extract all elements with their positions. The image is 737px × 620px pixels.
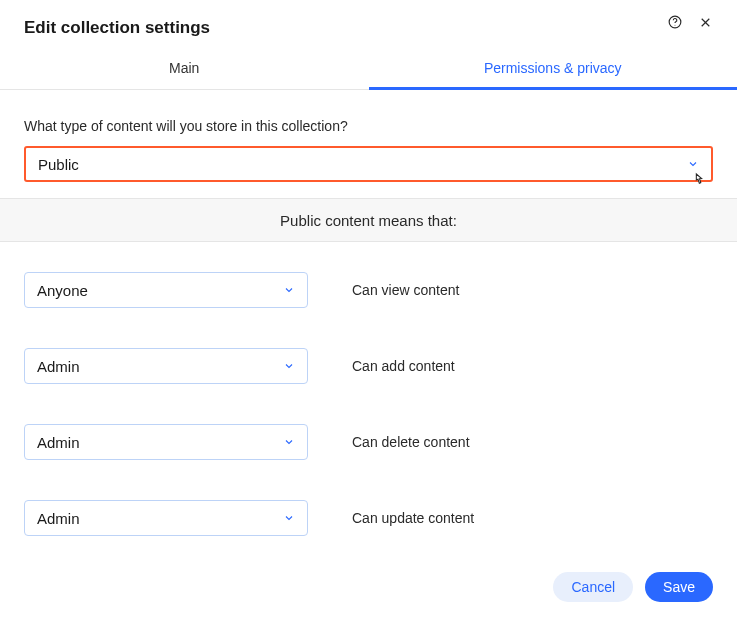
tabs: Main Permissions & privacy bbox=[0, 46, 737, 90]
tab-main[interactable]: Main bbox=[0, 46, 369, 89]
cancel-button[interactable]: Cancel bbox=[553, 572, 633, 602]
role-select-delete[interactable]: Admin bbox=[24, 424, 308, 460]
content-type-select[interactable]: Public bbox=[24, 146, 713, 182]
chevron-down-icon bbox=[283, 436, 295, 448]
content-type-select-wrap: Public bbox=[24, 146, 713, 182]
permission-rows: Anyone Can view content Admin Can add co… bbox=[24, 272, 713, 536]
chevron-down-icon bbox=[283, 284, 295, 296]
perm-action-update: Can update content bbox=[352, 510, 474, 526]
perm-action-view: Can view content bbox=[352, 282, 459, 298]
modal-footer: Cancel Save bbox=[553, 572, 713, 602]
save-button[interactable]: Save bbox=[645, 572, 713, 602]
modal-body: What type of content will you store in t… bbox=[0, 90, 737, 536]
role-select-update[interactable]: Admin bbox=[24, 500, 308, 536]
perm-row-view: Anyone Can view content bbox=[24, 272, 713, 308]
svg-point-1 bbox=[675, 25, 676, 26]
chevron-down-icon bbox=[283, 360, 295, 372]
role-select-add[interactable]: Admin bbox=[24, 348, 308, 384]
role-select-view[interactable]: Anyone bbox=[24, 272, 308, 308]
role-value: Anyone bbox=[37, 282, 88, 299]
modal-title: Edit collection settings bbox=[24, 18, 210, 38]
chevron-down-icon bbox=[283, 512, 295, 524]
close-icon[interactable] bbox=[697, 14, 713, 30]
content-type-question: What type of content will you store in t… bbox=[24, 118, 713, 134]
content-type-value: Public bbox=[38, 156, 79, 173]
perm-action-delete: Can delete content bbox=[352, 434, 470, 450]
perm-row-add: Admin Can add content bbox=[24, 348, 713, 384]
header-actions bbox=[667, 14, 713, 30]
perm-row-update: Admin Can update content bbox=[24, 500, 713, 536]
help-icon[interactable] bbox=[667, 14, 683, 30]
perm-row-delete: Admin Can delete content bbox=[24, 424, 713, 460]
role-value: Admin bbox=[37, 358, 80, 375]
modal-inner: Edit collection settings Main Permission… bbox=[0, 0, 737, 536]
tab-permissions[interactable]: Permissions & privacy bbox=[369, 46, 738, 89]
role-value: Admin bbox=[37, 510, 80, 527]
role-value: Admin bbox=[37, 434, 80, 451]
explain-band: Public content means that: bbox=[0, 198, 737, 242]
perm-action-add: Can add content bbox=[352, 358, 455, 374]
chevron-down-icon bbox=[687, 158, 699, 170]
modal-header: Edit collection settings bbox=[0, 0, 737, 38]
modal: Edit collection settings Main Permission… bbox=[0, 0, 737, 620]
